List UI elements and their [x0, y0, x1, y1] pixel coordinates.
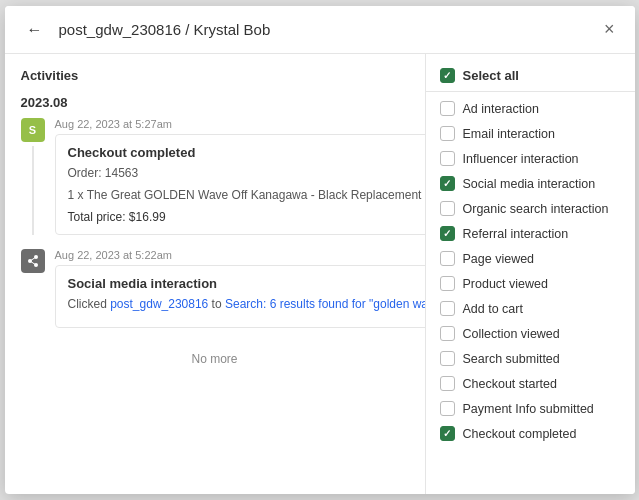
activity-content: Aug 22, 2023 at 5:27am Checkout complete… — [55, 118, 425, 235]
filter-label: Payment Info submitted — [463, 402, 594, 416]
activity-price: Total price: $16.99 — [68, 210, 425, 224]
activity-card: Checkout completed Order: 14563 1 x The … — [55, 134, 425, 235]
social-icon — [21, 249, 45, 273]
filter-label: Organic search interaction — [463, 202, 609, 216]
filter-label: Search submitted — [463, 352, 560, 366]
year-label: 2023.08 — [21, 95, 409, 110]
activity-order: Order: 14563 — [68, 164, 425, 182]
activity-timeline: S — [21, 118, 45, 235]
filter-checkbox[interactable] — [440, 401, 455, 416]
filter-item[interactable]: Collection viewed — [426, 321, 635, 346]
modal-header: ← post_gdw_230816 / Krystal Bob × — [5, 6, 635, 54]
activity-timestamp: Aug 22, 2023 at 5:22am — [55, 249, 425, 261]
filter-item[interactable]: Checkout started — [426, 371, 635, 396]
filter-label: Checkout completed — [463, 427, 577, 441]
modal-body: Activities 2023.08 S Aug 22, 2023 at 5:2… — [5, 54, 635, 494]
activity-timeline — [21, 249, 45, 328]
filter-label: Influencer interaction — [463, 152, 579, 166]
back-icon: ← — [27, 21, 43, 39]
filter-item[interactable]: Product viewed — [426, 271, 635, 296]
modal-title: post_gdw_230816 / Krystal Bob — [59, 21, 600, 38]
shopify-icon: S — [21, 118, 45, 142]
main-modal: ← post_gdw_230816 / Krystal Bob × Activi… — [5, 6, 635, 494]
svg-line-4 — [30, 261, 36, 265]
activity-social-detail: Clicked post_gdw_230816 to Search: 6 res… — [68, 295, 425, 313]
activity-content: Aug 22, 2023 at 5:22am Social media inte… — [55, 249, 425, 328]
filter-checkbox[interactable] — [440, 351, 455, 366]
filter-checkbox[interactable] — [440, 226, 455, 241]
filter-panel: Select all Ad interactionEmail interacti… — [425, 54, 635, 494]
select-all-item[interactable]: Select all — [426, 62, 635, 92]
filter-checkbox[interactable] — [440, 151, 455, 166]
filter-item[interactable]: Add to cart — [426, 296, 635, 321]
filter-checkbox[interactable] — [440, 101, 455, 116]
detail-prefix: Clicked — [68, 297, 111, 311]
activity-item: S Aug 22, 2023 at 5:27am Checkout comple… — [21, 118, 409, 235]
filter-checkbox[interactable] — [440, 201, 455, 216]
detail-link[interactable]: post_gdw_230816 — [110, 297, 208, 311]
filter-label: Social media interaction — [463, 177, 596, 191]
filter-label: Product viewed — [463, 277, 548, 291]
filter-label: Page viewed — [463, 252, 535, 266]
filter-checkbox[interactable] — [440, 126, 455, 141]
activities-title: Activities — [21, 68, 409, 83]
select-all-checkbox[interactable] — [440, 68, 455, 83]
filter-label: Email interaction — [463, 127, 555, 141]
filter-item[interactable]: Search submitted — [426, 346, 635, 371]
filter-item[interactable]: Email interaction — [426, 121, 635, 146]
search-link[interactable]: Search: 6 results found for "golden wave… — [225, 297, 425, 311]
filter-checkbox[interactable] — [440, 301, 455, 316]
filter-checkbox[interactable] — [440, 251, 455, 266]
filter-checkbox[interactable] — [440, 376, 455, 391]
filter-checkbox[interactable] — [440, 426, 455, 441]
filter-item[interactable]: Payment Info submitted — [426, 396, 635, 421]
activity-timestamp: Aug 22, 2023 at 5:27am — [55, 118, 425, 130]
filter-item[interactable]: Checkout completed — [426, 421, 635, 446]
close-icon: × — [604, 19, 615, 39]
select-all-label: Select all — [463, 68, 519, 83]
filter-item[interactable]: Page viewed — [426, 246, 635, 271]
filter-item[interactable]: Influencer interaction — [426, 146, 635, 171]
activity-card-title: Checkout completed — [68, 145, 425, 160]
filter-label: Add to cart — [463, 302, 523, 316]
activity-card-title: Social media interaction — [68, 276, 425, 291]
activity-card: Social media interaction Clicked post_gd… — [55, 265, 425, 328]
back-button[interactable]: ← — [21, 19, 49, 41]
svg-line-3 — [30, 257, 36, 261]
filter-label: Checkout started — [463, 377, 558, 391]
activities-panel: Activities 2023.08 S Aug 22, 2023 at 5:2… — [5, 54, 425, 494]
filter-checkbox[interactable] — [440, 276, 455, 291]
activity-item: Aug 22, 2023 at 5:22am Social media inte… — [21, 249, 409, 328]
filter-label: Ad interaction — [463, 102, 539, 116]
filter-label: Referral interaction — [463, 227, 569, 241]
filter-item[interactable]: Organic search interaction — [426, 196, 635, 221]
filter-item[interactable]: Referral interaction — [426, 221, 635, 246]
detail-middle: to — [208, 297, 225, 311]
activity-product: 1 x The Great GOLDEN Wave Off Kanagawa -… — [68, 186, 425, 204]
no-more-label: No more — [21, 342, 409, 376]
filter-label: Collection viewed — [463, 327, 560, 341]
filter-checkbox[interactable] — [440, 326, 455, 341]
filter-item[interactable]: Ad interaction — [426, 96, 635, 121]
timeline-line — [32, 146, 34, 235]
filter-checkbox[interactable] — [440, 176, 455, 191]
close-button[interactable]: × — [600, 17, 619, 42]
filter-item[interactable]: Social media interaction — [426, 171, 635, 196]
